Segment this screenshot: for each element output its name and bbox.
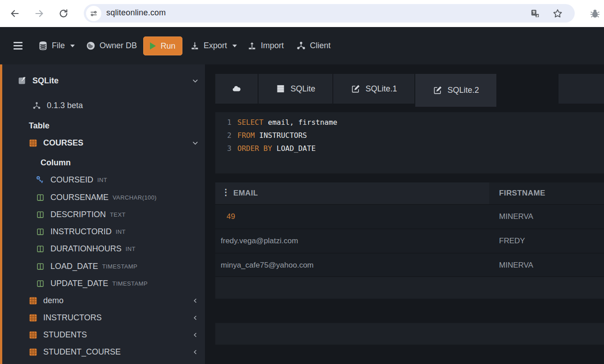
chevron-left-icon[interactable]: [191, 331, 199, 338]
line-number: 2: [215, 131, 232, 141]
cell-firstname[interactable]: MINERVA: [499, 212, 533, 221]
server-stack-icon: [276, 84, 286, 94]
cell-firstname[interactable]: FREDY: [499, 237, 525, 246]
url-text[interactable]: sqliteonline.com: [106, 8, 166, 18]
chevron-left-icon[interactable]: [191, 297, 199, 304]
column-type: INT: [97, 177, 107, 183]
table-name: STUDENT_COURSE: [43, 347, 121, 357]
reload-icon[interactable]: [56, 6, 71, 21]
sql-code: LOAD_DATE: [277, 144, 316, 154]
import-button[interactable]: Import: [247, 27, 284, 64]
column-header-email[interactable]: EMAIL: [233, 189, 258, 198]
column-name: LOAD_DATE: [50, 262, 98, 271]
network-nodes-icon: [32, 100, 41, 110]
column-icon: [35, 192, 45, 202]
tab-sqlite-2-active[interactable]: SQLite.2: [415, 74, 496, 107]
cell-firstname[interactable]: MINERVA: [499, 261, 533, 270]
table-section-label: Table: [29, 121, 50, 131]
column-name: INSTRUCTORID: [50, 227, 112, 237]
app-toolbar: File Owner DB Run Export Import: [0, 27, 604, 64]
sidebar-item-column-instructorid[interactable]: INSTRUCTORID INT: [0, 223, 205, 240]
run-label: Run: [160, 41, 175, 51]
column-type: INT: [116, 228, 126, 235]
column-header-firstname[interactable]: FIRSTNAME: [499, 189, 545, 198]
sidebar-item-table-instructors[interactable]: INSTRUCTORS: [0, 309, 205, 326]
version-label: 0.1.3 beta: [47, 101, 83, 110]
cell-email[interactable]: fredy.vega@platzi.com: [221, 237, 298, 246]
globe-icon: [86, 41, 95, 51]
browser-chrome: sqliteonline.com: [0, 0, 604, 27]
cell-email[interactable]: 49: [227, 212, 235, 221]
sql-code: INSTRUCTORS: [259, 131, 307, 141]
sidebar-item-table-student-course[interactable]: STUDENT_COURSE: [0, 343, 205, 360]
owner-db-button[interactable]: Owner DB: [86, 27, 137, 64]
sql-editor[interactable]: 1 SELECT email, firstname 2 FROM INSTRUC…: [215, 112, 604, 173]
sql-keyword: SELECT: [237, 118, 263, 128]
sidebar-item-column-update-date[interactable]: UPDATE_DATE TIMESTAMP: [0, 275, 205, 292]
translate-icon[interactable]: [529, 8, 541, 19]
table-row[interactable]: fredy.vega@platzi.com FREDY: [215, 229, 604, 253]
tab-cloud[interactable]: [215, 74, 258, 104]
client-label: Client: [310, 41, 331, 50]
primary-key-icon: [35, 175, 45, 185]
sidebar-item-table-courses[interactable]: COURSES: [0, 134, 205, 151]
import-label: Import: [261, 41, 284, 50]
menu-button[interactable]: [14, 27, 23, 64]
sidebar-item-table-students[interactable]: STUDENTS: [0, 326, 205, 343]
chevron-down-icon[interactable]: [191, 77, 199, 84]
results-header-row: ⋮ EMAIL FIRSTNAME: [215, 182, 604, 204]
database-title: SQLite: [32, 76, 59, 86]
cell-email[interactable]: minya_cafe75@yahoo.com: [221, 261, 313, 270]
site-info-icon[interactable]: [86, 6, 101, 21]
table-name: INSTRUCTORS: [43, 313, 102, 323]
sidebar-item-column-coursename[interactable]: COURSENAME VARCHAR(100): [0, 189, 205, 206]
column-type: INT: [126, 246, 136, 252]
client-button[interactable]: Client: [296, 27, 331, 64]
empty-result-band: [215, 277, 604, 299]
chevron-down-icon: [70, 45, 75, 47]
sidebar-item-database[interactable]: SQLite: [0, 72, 205, 89]
sidebar-item-column-load-date[interactable]: LOAD_DATE TIMESTAMP: [0, 258, 205, 275]
owner-db-label: Owner DB: [100, 41, 137, 50]
back-icon[interactable]: [7, 6, 23, 21]
tab-sqlite[interactable]: SQLite: [259, 74, 332, 104]
table-section-header: Table: [0, 117, 205, 134]
file-menu[interactable]: File: [38, 27, 75, 64]
forward-icon[interactable]: [32, 6, 47, 21]
tab-sqlite-1[interactable]: SQLite.1: [333, 74, 414, 104]
table-row[interactable]: 49 MINERVA: [215, 205, 604, 228]
schema-sidebar: SQLite 0.1.3 beta Table COURSES Column: [0, 64, 205, 364]
sql-keyword: ORDER BY: [237, 144, 272, 154]
column-section-label: Column: [41, 158, 71, 168]
export-menu[interactable]: Export: [190, 27, 237, 64]
sidebar-item-column-durationhours[interactable]: DURATIONHOURS INT: [0, 240, 205, 257]
bookmark-star-icon[interactable]: [552, 8, 563, 19]
table-row[interactable]: minya_cafe75@yahoo.com MINERVA: [215, 254, 604, 276]
bug-extension-icon[interactable]: [588, 7, 602, 20]
column-name: DURATIONHOURS: [50, 244, 122, 254]
edit-icon: [350, 84, 360, 94]
cloud-icon: [232, 84, 241, 94]
code-line: 2 FROM INSTRUCTORS: [215, 131, 604, 141]
column-type: TIMESTAMP: [102, 263, 137, 270]
sidebar-item-column-courseid[interactable]: COURSEID INT: [0, 171, 205, 188]
sidebar-item-version[interactable]: 0.1.3 beta: [0, 97, 205, 114]
code-line: 1 SELECT email, firstname: [215, 118, 604, 128]
tab-label: SQLite.1: [365, 84, 397, 94]
chevron-down-icon[interactable]: [191, 139, 199, 146]
database-icon: [38, 41, 48, 51]
line-number: 1: [215, 118, 232, 128]
run-button[interactable]: Run: [143, 36, 182, 55]
row-menu-icon[interactable]: ⋮: [222, 187, 230, 198]
play-icon: [150, 42, 156, 50]
table-grid-icon: [28, 330, 38, 340]
chevron-left-icon[interactable]: [191, 314, 199, 321]
sidebar-item-column-description[interactable]: DESCRIPTION TEXT: [0, 206, 205, 223]
column-icon: [35, 209, 45, 219]
address-bar[interactable]: sqliteonline.com: [84, 4, 575, 23]
table-grid-icon: [28, 347, 38, 357]
sidebar-item-table-demo[interactable]: demo: [0, 292, 205, 309]
column-icon: [35, 261, 45, 271]
chevron-left-icon[interactable]: [191, 348, 199, 355]
table-grid-icon: [28, 138, 38, 148]
